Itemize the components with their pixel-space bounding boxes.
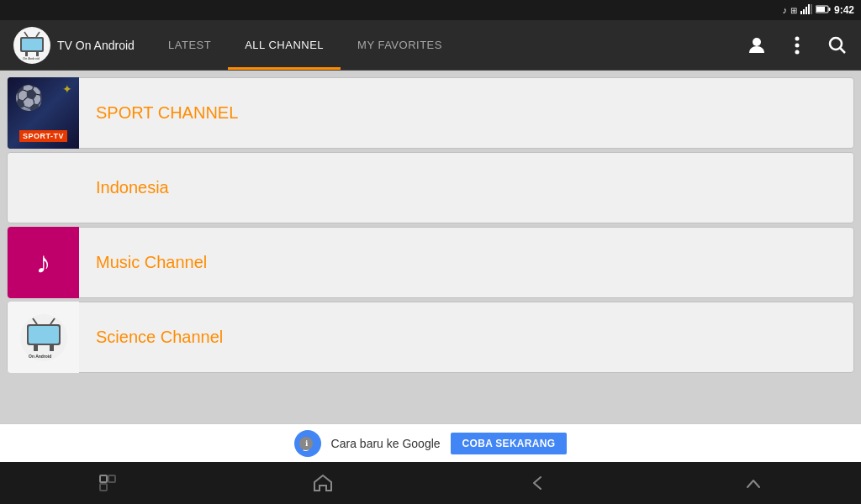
search-button[interactable] (824, 32, 851, 59)
music-channel-name: Music Channel (79, 253, 224, 272)
music-thumbnail: ♪ (8, 227, 79, 298)
music-note-icon: ♪ (36, 245, 51, 281)
svg-point-20 (830, 38, 842, 50)
svg-rect-10 (22, 39, 42, 50)
svg-rect-31 (108, 475, 115, 482)
tab-all-channel[interactable]: ALL CHANNEL (228, 20, 341, 70)
nav-tabs: LATEST ALL CHANNEL MY FAVORITES (151, 20, 733, 70)
home-button[interactable] (298, 466, 348, 500)
main-content: ⚽ ✦ SPORT-TV SPORT CHANNEL Indonesia ♪ M… (0, 71, 861, 423)
app-logo: On Android (13, 27, 50, 64)
status-bar: ♪ ⊞ 9:42 (0, 0, 861, 20)
signal-icon (800, 4, 812, 16)
nav-actions (733, 32, 861, 59)
channel-item-music[interactable]: ♪ Music Channel (7, 227, 854, 298)
svg-text:On Android: On Android (23, 56, 40, 60)
tab-latest[interactable]: LATEST (151, 20, 228, 70)
svg-rect-24 (29, 326, 59, 344)
science-thumbnail: On Android (8, 302, 79, 373)
app-logo-area: On Android TV On Android (0, 27, 151, 64)
svg-text:On Android: On Android (29, 354, 51, 359)
indonesia-thumbnail (8, 152, 79, 223)
channel-item-science[interactable]: On Android Science Channel (7, 302, 854, 373)
channel-item-indonesia[interactable]: Indonesia (7, 152, 854, 223)
channel-item-sport[interactable]: ⚽ ✦ SPORT-TV SPORT CHANNEL (7, 77, 854, 149)
back-button[interactable] (513, 466, 563, 500)
soccer-ball-icon: ⚽ (14, 84, 44, 112)
indonesia-channel-name: Indonesia (79, 178, 186, 197)
svg-rect-0 (800, 11, 802, 14)
ad-text: Cara baru ke Google (331, 437, 441, 450)
status-icons: ♪ ⊞ 9:42 (782, 4, 854, 16)
science-channel-name: Science Channel (79, 328, 240, 347)
ad-close-button[interactable]: ℹ (299, 437, 313, 450)
music-status-icon: ♪ (782, 5, 787, 15)
svg-rect-25 (34, 345, 38, 351)
app-title: TV On Android (57, 39, 135, 52)
svg-rect-6 (828, 8, 830, 11)
svg-rect-30 (100, 475, 107, 482)
sport-tv-label: SPORT-TV (19, 130, 67, 142)
user-button[interactable] (743, 32, 770, 59)
more-options-button[interactable] (784, 32, 811, 59)
svg-rect-7 (816, 7, 825, 12)
svg-rect-3 (808, 4, 810, 14)
ad-banner: ℹ g Cara baru ke Google COBA SEKARANG (0, 423, 861, 462)
tv-on-android-logo-science: On Android (18, 312, 69, 363)
recent-apps-button[interactable] (82, 466, 133, 500)
svg-line-21 (841, 48, 846, 53)
ad-coba-button[interactable]: COBA SEKARANG (451, 433, 568, 454)
sport-thumbnail: ⚽ ✦ SPORT-TV (8, 77, 79, 149)
sport-channel-name: SPORT CHANNEL (79, 103, 255, 123)
svg-point-18 (795, 43, 800, 47)
svg-rect-4 (811, 4, 812, 14)
svg-point-19 (795, 50, 800, 54)
battery-icon (816, 5, 831, 15)
menu-button[interactable] (728, 466, 779, 500)
tab-my-favorites[interactable]: MY FAVORITES (341, 20, 459, 70)
svg-rect-1 (803, 9, 805, 14)
star-icon: ✦ (62, 82, 72, 96)
svg-point-16 (753, 38, 761, 46)
navigation-bar: On Android TV On Android LATEST ALL CHAN… (0, 20, 861, 71)
svg-rect-32 (100, 484, 107, 491)
bottom-nav (0, 462, 861, 504)
svg-rect-26 (50, 345, 54, 351)
grid-status-icon: ⊞ (790, 6, 797, 15)
svg-rect-2 (806, 7, 807, 14)
svg-point-17 (795, 36, 800, 40)
status-time: 9:42 (834, 4, 854, 16)
